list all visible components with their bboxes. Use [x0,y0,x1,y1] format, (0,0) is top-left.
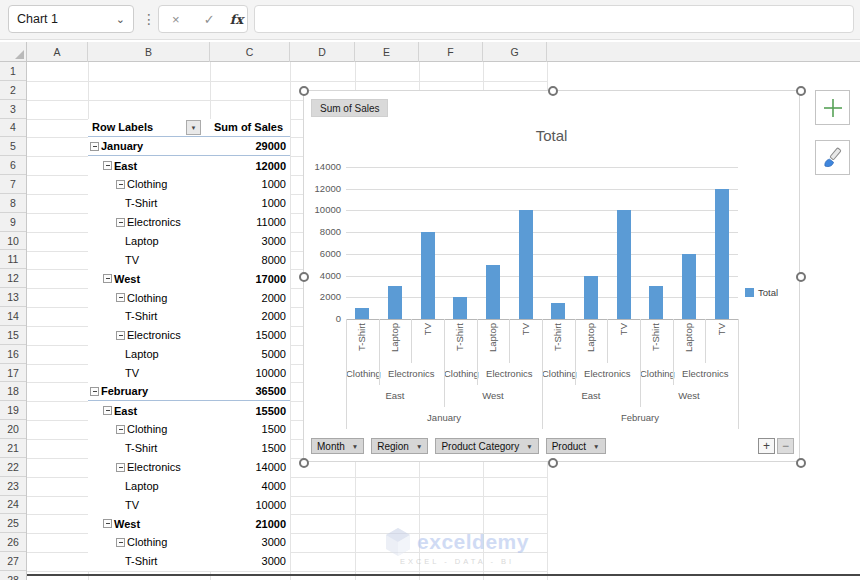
pivot-chart[interactable]: Sum of Sales Total 140001200010000800060… [303,90,800,462]
chart-elements-button[interactable] [815,90,850,125]
collapse-minus-icon[interactable] [103,519,112,528]
pivot-row-value[interactable]: 15000 [210,329,290,341]
pivot-row[interactable]: Clothing1500 [88,420,290,439]
pivot-row-label-cell[interactable]: Clothing [88,288,210,307]
collapse-entire-field-button[interactable]: − [777,438,794,454]
pivot-row-value[interactable]: 3000 [210,536,290,548]
pivot-row[interactable]: Laptop5000 [88,345,290,364]
pivot-row-value[interactable]: 1000 [210,178,290,190]
bar-laptop[interactable] [584,276,598,319]
pivot-row-label-cell[interactable]: Clothing [88,420,210,439]
collapse-minus-icon[interactable] [116,331,125,340]
pivot-row-value[interactable]: 2000 [210,292,290,304]
pivot-row-label-cell[interactable]: West [88,269,210,288]
pivot-row-label-cell[interactable]: January [88,137,210,155]
pivot-row-label-cell[interactable]: Electronics [88,458,210,477]
bar-t-shirt[interactable] [649,286,663,319]
pivot-row-value[interactable]: 14000 [210,461,290,473]
pivot-row-value[interactable]: 29000 [210,140,290,152]
collapse-minus-icon[interactable] [116,463,125,472]
pivot-row-label-cell[interactable]: TV [88,363,210,382]
pivot-row[interactable]: Electronics14000 [88,458,290,477]
pivot-row-label-cell[interactable]: Electronics [88,326,210,345]
collapse-minus-icon[interactable] [103,161,112,170]
pivot-row[interactable]: T-Shirt3000 [88,552,290,571]
pivot-row[interactable]: West21000 [88,514,290,533]
selection-handle[interactable] [548,86,558,96]
pivot-row[interactable]: East15500 [88,401,290,420]
pivot-header-row-labels-cell[interactable]: Row Labels ▼ [88,119,210,137]
pivot-row-value[interactable]: 15500 [210,405,290,417]
sum-of-sales-header[interactable]: Sum of Sales [210,121,290,133]
pivot-row[interactable]: TV10000 [88,363,290,382]
selection-handle[interactable] [548,458,558,468]
bar-tv[interactable] [715,189,729,319]
collapse-minus-icon[interactable] [116,425,125,434]
pivot-row-value[interactable]: 36500 [210,385,290,397]
collapse-minus-icon[interactable] [103,406,112,415]
pivot-row-value[interactable]: 3000 [210,555,290,567]
pivot-row[interactable]: Electronics11000 [88,213,290,232]
collapse-minus-icon[interactable] [103,274,112,283]
selection-handle[interactable] [299,86,309,96]
pivot-row-value[interactable]: 1500 [210,423,290,435]
bar-laptop[interactable] [388,286,402,319]
pivot-row[interactable]: Laptop4000 [88,477,290,496]
filter-dropdown-icon[interactable]: ▼ [186,120,201,135]
bar-t-shirt[interactable] [355,308,369,319]
pivot-row[interactable]: Electronics15000 [88,326,290,345]
pivot-row[interactable]: T-Shirt1500 [88,439,290,458]
pivot-row-label-cell[interactable]: East [88,401,210,420]
pivot-row[interactable]: East12000 [88,156,290,175]
pivot-row-label-cell[interactable]: TV [88,250,210,269]
pivot-row[interactable]: January29000 [88,137,290,156]
pivot-row[interactable]: Laptop3000 [88,232,290,251]
bar-tv[interactable] [519,210,533,319]
bar-t-shirt[interactable] [453,297,467,319]
value-field-button[interactable]: Sum of Sales [311,99,388,117]
pivot-row-label-cell[interactable]: Laptop [88,477,210,496]
bar-laptop[interactable] [486,265,500,319]
pivot-row[interactable]: TV10000 [88,495,290,514]
selection-handle[interactable] [796,86,806,96]
pivot-row-value[interactable]: 17000 [210,273,290,285]
pivot-row-value[interactable]: 10000 [210,367,290,379]
pivot-row[interactable]: February36500 [88,382,290,401]
bar-laptop[interactable] [682,254,696,319]
pivot-row-value[interactable]: 10000 [210,499,290,511]
field-button-region[interactable]: Region▼ [371,438,428,454]
collapse-minus-icon[interactable] [116,218,125,227]
collapse-minus-icon[interactable] [90,387,99,396]
pivot-row-label-cell[interactable]: Electronics [88,213,210,232]
pivot-row-label-cell[interactable]: Clothing [88,533,210,552]
pivot-row-label-cell[interactable]: T-Shirt [88,194,210,213]
bar-tv[interactable] [421,232,435,319]
chart-title[interactable]: Total [304,127,799,144]
pivot-row-value[interactable]: 5000 [210,348,290,360]
selection-handle[interactable] [299,272,309,282]
field-button-month[interactable]: Month▼ [311,438,364,454]
collapse-minus-icon[interactable] [116,180,125,189]
pivot-row-value[interactable]: 12000 [210,160,290,172]
collapse-minus-icon[interactable] [90,142,99,151]
field-button-product[interactable]: Product▼ [546,438,606,454]
pivot-row-value[interactable]: 4000 [210,480,290,492]
collapse-minus-icon[interactable] [116,538,125,547]
pivot-row-label-cell[interactable]: TV [88,495,210,514]
pivot-row-value[interactable]: 8000 [210,254,290,266]
pivot-row-label-cell[interactable]: West [88,514,210,533]
pivot-row-value[interactable]: 3000 [210,235,290,247]
pivot-row-label-cell[interactable]: February [88,382,210,400]
pivot-row[interactable]: T-Shirt2000 [88,307,290,326]
pivot-row-value[interactable]: 2000 [210,310,290,322]
pivot-row-label-cell[interactable]: T-Shirt [88,439,210,458]
bar-t-shirt[interactable] [551,303,565,319]
expand-entire-field-button[interactable]: + [758,438,775,454]
pivot-row[interactable]: Clothing1000 [88,175,290,194]
pivot-row-label-cell[interactable]: Laptop [88,345,210,364]
selection-handle[interactable] [796,458,806,468]
pivot-row-label-cell[interactable]: T-Shirt [88,307,210,326]
collapse-minus-icon[interactable] [116,293,125,302]
pivot-row-value[interactable]: 1500 [210,442,290,454]
pivot-row[interactable]: TV8000 [88,250,290,269]
